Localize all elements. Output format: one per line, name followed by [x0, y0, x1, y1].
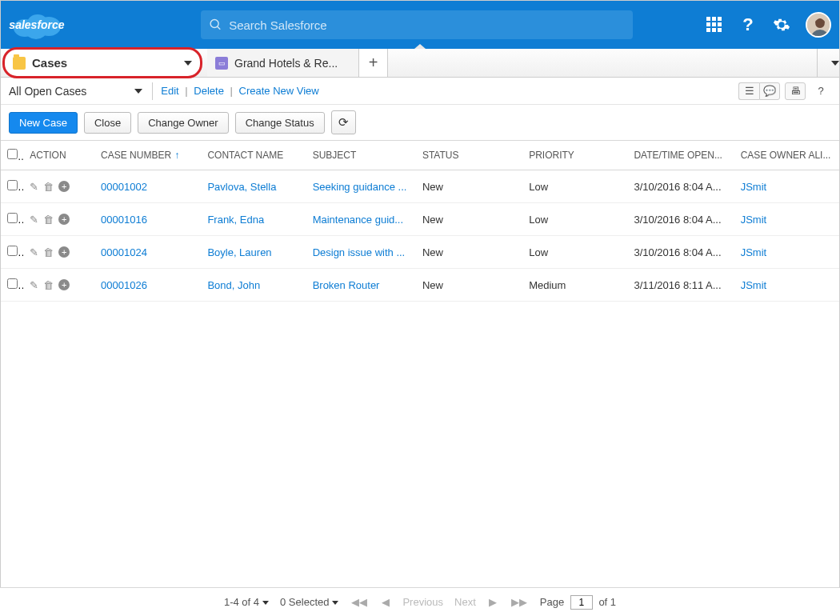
list-view-icon[interactable]: ☰: [738, 82, 759, 100]
next-page-icon[interactable]: ▶: [487, 596, 498, 608]
record-range[interactable]: 1-4 of 4: [224, 596, 269, 608]
delete-icon[interactable]: 🗑: [43, 246, 54, 258]
setup-gear-icon[interactable]: [772, 15, 791, 34]
tab-account-label: Grand Hotels & Re...: [234, 57, 338, 70]
status-cell: New: [416, 170, 522, 203]
feed-view-icon[interactable]: 💬: [759, 82, 780, 100]
contact-link[interactable]: Frank, Edna: [207, 214, 264, 226]
status-cell: New: [416, 269, 522, 302]
contact-link[interactable]: Pavlova, Stella: [207, 181, 276, 193]
subject-link[interactable]: Broken Router: [313, 279, 380, 291]
refresh-button[interactable]: ⟳: [331, 110, 356, 134]
page-input[interactable]: [570, 595, 593, 610]
owner-link[interactable]: JSmit: [741, 214, 767, 226]
priority-cell: Low: [522, 170, 627, 203]
caret-down-icon[interactable]: [184, 61, 192, 66]
edit-view-link[interactable]: Edit: [161, 85, 178, 97]
last-page-icon[interactable]: ▶▶: [510, 596, 529, 608]
svg-rect-10: [712, 22, 716, 26]
tabs-overflow[interactable]: [817, 49, 839, 77]
help-icon[interactable]: ?: [738, 15, 758, 34]
col-priority[interactable]: PRIORITY: [522, 141, 627, 170]
case-number-link[interactable]: 00001024: [101, 246, 147, 258]
priority-cell: Low: [522, 203, 627, 236]
col-case-owner[interactable]: CASE OWNER ALI...: [734, 141, 839, 170]
logo-text: salesforce: [9, 18, 64, 31]
add-icon[interactable]: +: [58, 246, 70, 258]
date-cell: 3/10/2016 8:04 A...: [627, 170, 734, 203]
row-checkbox[interactable]: [7, 213, 18, 223]
row-checkbox[interactable]: [7, 180, 18, 190]
row-actions: ✎🗑+: [30, 181, 88, 193]
delete-icon[interactable]: 🗑: [43, 181, 54, 193]
svg-rect-12: [706, 28, 710, 32]
subject-link[interactable]: Seeking guidance ...: [313, 181, 407, 193]
app-launcher-icon[interactable]: [705, 15, 724, 34]
owner-link[interactable]: JSmit: [741, 181, 767, 193]
list-view-picker[interactable]: All Open Cases: [9, 82, 153, 100]
contact-link[interactable]: Boyle, Lauren: [207, 246, 271, 258]
subject-link[interactable]: Maintenance guid...: [313, 214, 403, 226]
owner-link[interactable]: JSmit: [741, 246, 767, 258]
new-case-button[interactable]: New Case: [9, 112, 78, 134]
delete-view-link[interactable]: Delete: [194, 85, 224, 97]
selected-count[interactable]: 0 Selected: [280, 596, 338, 608]
add-icon[interactable]: +: [58, 181, 70, 192]
case-number-link[interactable]: 00001016: [101, 214, 147, 226]
table-row: ✎🗑+00001024Boyle, LaurenDesign issue wit…: [1, 236, 839, 269]
row-checkbox[interactable]: [7, 278, 18, 289]
row-actions: ✎🗑+: [30, 214, 88, 226]
row-actions: ✎🗑+: [30, 279, 88, 291]
cases-table: ACTION CASE NUMBER↑ CONTACT NAME SUBJECT…: [1, 141, 839, 302]
tab-cases[interactable]: Cases: [2, 47, 202, 78]
col-status[interactable]: STATUS: [416, 141, 522, 170]
col-contact-name[interactable]: CONTACT NAME: [201, 141, 306, 170]
add-icon[interactable]: +: [58, 279, 70, 290]
col-action: ACTION: [23, 141, 94, 170]
list-view-links: Edit | Delete | Create New View: [161, 85, 318, 97]
add-icon[interactable]: +: [58, 214, 70, 225]
delete-icon[interactable]: 🗑: [43, 214, 54, 226]
prev-page-icon[interactable]: ◀: [380, 596, 391, 608]
case-number-link[interactable]: 00001002: [101, 181, 147, 193]
contact-link[interactable]: Bond, John: [207, 279, 260, 291]
create-view-link[interactable]: Create New View: [239, 85, 319, 97]
svg-rect-9: [706, 22, 710, 26]
svg-rect-11: [718, 22, 722, 26]
list-view-bar: All Open Cases Edit | Delete | Create Ne…: [1, 78, 839, 105]
search-input[interactable]: [229, 18, 625, 32]
svg-rect-6: [706, 17, 710, 21]
owner-link[interactable]: JSmit: [741, 279, 767, 291]
select-all-checkbox[interactable]: [7, 149, 18, 159]
col-date-opened[interactable]: DATE/TIME OPEN...: [627, 141, 734, 170]
close-case-button[interactable]: Close: [84, 112, 131, 134]
case-number-link[interactable]: 00001026: [101, 279, 147, 291]
tab-account[interactable]: ▭ Grand Hotels & Re...: [207, 49, 359, 77]
caret-down-icon: [831, 61, 839, 66]
delete-icon[interactable]: 🗑: [43, 279, 54, 291]
print-icon[interactable]: 🖶: [785, 82, 806, 100]
svg-rect-8: [718, 17, 722, 21]
subject-link[interactable]: Design issue with ...: [313, 246, 406, 258]
change-owner-button[interactable]: Change Owner: [138, 112, 228, 134]
table-row: ✎🗑+00001016Frank, EdnaMaintenance guid..…: [1, 203, 839, 236]
select-all-header[interactable]: [1, 141, 23, 170]
col-subject[interactable]: SUBJECT: [306, 141, 416, 170]
caret-down-icon: [332, 601, 338, 605]
help-icon[interactable]: ?: [810, 82, 831, 100]
table-row: ✎🗑+00001026Bond, JohnBroken RouterNewMed…: [1, 269, 839, 302]
salesforce-logo: salesforce: [9, 6, 65, 44]
edit-icon[interactable]: ✎: [30, 214, 38, 226]
add-tab-button[interactable]: +: [359, 49, 388, 77]
first-page-icon[interactable]: ◀◀: [350, 596, 369, 608]
edit-icon[interactable]: ✎: [30, 181, 38, 193]
user-avatar[interactable]: [806, 12, 831, 38]
tab-pointer-icon: [414, 44, 426, 49]
edit-icon[interactable]: ✎: [30, 246, 38, 258]
edit-icon[interactable]: ✎: [30, 279, 38, 291]
row-checkbox[interactable]: [7, 246, 18, 256]
search-box[interactable]: [201, 10, 633, 39]
change-status-button[interactable]: Change Status: [235, 112, 325, 134]
priority-cell: Low: [522, 236, 627, 269]
col-case-number[interactable]: CASE NUMBER↑: [94, 141, 201, 170]
